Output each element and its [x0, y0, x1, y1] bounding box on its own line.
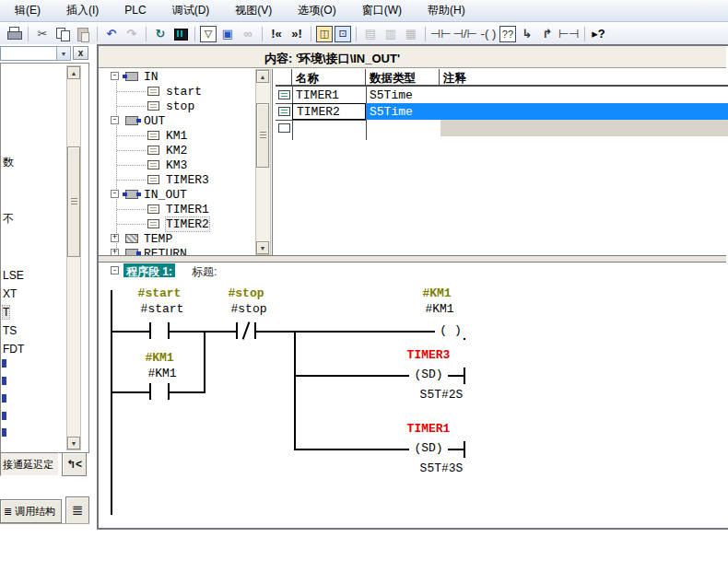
expand-box-icon[interactable]: + — [111, 234, 119, 242]
monitor-glasses-icon[interactable]: ∞ — [239, 25, 257, 43]
network-subtitle[interactable]: 标题: — [192, 264, 217, 280]
symbol-label-stop[interactable]: #stop — [228, 286, 264, 300]
tree-item-TIMER2[interactable]: TIMER2 — [104, 216, 255, 231]
menu-item-1[interactable]: 插入(I) — [53, 0, 112, 23]
network-title-selected[interactable]: 程序段 1: — [123, 263, 175, 277]
tree-item-KM2[interactable]: KM2 — [104, 143, 255, 158]
tree-item-KM3[interactable]: KM3 — [104, 158, 255, 172]
window-detail-toggle-icon[interactable]: ⊡ — [335, 26, 351, 42]
operand-label-km1-coil[interactable]: #KM1 — [425, 302, 453, 316]
network-collapse-icon[interactable]: - — [111, 266, 119, 274]
catalog-item-TS[interactable]: TS — [3, 324, 17, 337]
scrollbar-thumb[interactable] — [256, 103, 269, 168]
timer1-time-value[interactable]: S5T#3S — [420, 461, 464, 475]
print-icon[interactable] — [5, 25, 23, 43]
catalog-scrollbar[interactable]: ▲ ▼ — [66, 65, 81, 450]
toggle-address-icon[interactable]: ↻ — [151, 25, 170, 43]
scroll-up-icon[interactable]: ▲ — [67, 66, 80, 79]
catalog-item-T[interactable]: T — [3, 306, 9, 319]
contact-no-icon[interactable]: ⊣⊢ — [430, 25, 452, 43]
contact-no-km1[interactable] — [149, 383, 170, 400]
symbol-label-km1-contact[interactable]: #KM1 — [145, 351, 173, 365]
coil-km1[interactable]: ( ) — [435, 323, 466, 338]
tree-section-RETURN[interactable]: +RETURN — [104, 246, 255, 255]
symbol-label-start[interactable]: #start — [138, 286, 182, 300]
scroll-down-icon[interactable]: ▼ — [256, 241, 269, 254]
tree-item-stop[interactable]: stop — [104, 99, 255, 113]
tree-table-divider[interactable] — [272, 69, 274, 255]
call-structure-tab[interactable]: ≣ 调用结构 — [0, 499, 62, 523]
download-icon[interactable] — [171, 25, 190, 43]
datatype-cell[interactable]: S5Time — [370, 88, 413, 102]
scroll-up-icon[interactable]: ▲ — [256, 70, 269, 83]
menu-item-4[interactable]: 视图(V) — [222, 0, 285, 23]
name-cell[interactable]: TIMER1 — [296, 88, 339, 102]
new-network-icon[interactable]: ▤ — [361, 25, 380, 43]
menu-item-3[interactable]: 调试(D) — [159, 0, 223, 23]
overview-grid-icon[interactable]: ▦ — [402, 25, 420, 43]
expand-box-icon[interactable]: - — [111, 72, 119, 80]
timer1-label[interactable]: TIMER1 — [407, 422, 451, 436]
symbol-label-km1-coil[interactable]: #KM1 — [422, 286, 451, 300]
tree-item-TIMER3[interactable]: TIMER3 — [104, 172, 255, 187]
name-cell-editing[interactable]: TIMER2 — [292, 103, 366, 120]
menu-item-2[interactable]: PLC — [112, 0, 159, 21]
cut-icon[interactable]: ✂ — [33, 25, 52, 43]
timer3-time-value[interactable]: S5T#2S — [420, 388, 464, 402]
overview-list-button[interactable]: ≣ — [65, 496, 89, 524]
datatype-cell[interactable]: S5Time — [370, 105, 413, 119]
close-icon[interactable]: x — [73, 46, 88, 60]
close-branch-icon[interactable]: ↱ — [538, 25, 557, 43]
menu-item-0[interactable]: 辑(E) — [2, 0, 53, 23]
declaration-code-splitter[interactable] — [99, 255, 726, 263]
tree-section-OUT[interactable]: -OUT — [104, 113, 255, 128]
open-branch-icon[interactable]: ↳ — [518, 25, 536, 43]
empty-box-icon[interactable]: ?? — [499, 26, 516, 42]
tree-section-IN[interactable]: -IN — [104, 69, 255, 84]
chevron-down-icon[interactable]: ▼ — [56, 46, 71, 61]
coil-sd-timer3[interactable]: (SD) — [409, 368, 448, 382]
contact-nc-stop[interactable] — [236, 322, 256, 339]
expand-box-icon[interactable]: + — [111, 249, 119, 255]
table-row-timer1[interactable]: TIMER1 S5Time — [276, 87, 728, 103]
catalog-combobox[interactable] — [0, 46, 57, 61]
catalog-item-XT[interactable]: XT — [3, 287, 17, 300]
contact-no-start[interactable] — [149, 322, 170, 339]
redo-icon[interactable]: ↷ — [123, 25, 141, 43]
overview-toggle-icon[interactable]: ▽ — [200, 26, 217, 42]
tree-item-KM1[interactable]: KM1 — [104, 128, 255, 143]
paste-icon[interactable] — [74, 25, 92, 43]
goto-next-error-icon[interactable]: »! — [288, 25, 306, 43]
scroll-down-icon[interactable]: ▼ — [67, 437, 80, 449]
operand-label-km1-contact[interactable]: #KM1 — [147, 367, 176, 380]
tree-section-IN_OUT[interactable]: -IN_OUT — [104, 187, 255, 202]
catalog-item-不[interactable]: 不 — [3, 211, 14, 227]
menu-item-7[interactable]: 帮助(H) — [415, 0, 478, 23]
tree-scrollbar[interactable]: ▲ ▼ — [255, 69, 271, 255]
catalog-item-LSE[interactable]: LSE — [3, 269, 24, 282]
coil-sd-timer1[interactable]: (SD) — [409, 441, 448, 456]
tree-item-start[interactable]: start — [104, 84, 255, 99]
coil-icon[interactable]: -( ) — [479, 25, 498, 43]
menu-item-5[interactable]: 选项(O) — [285, 0, 348, 23]
operand-label-start[interactable]: #start — [141, 302, 184, 316]
plc-connect-icon[interactable]: ▣ — [218, 25, 237, 43]
table-row-timer2-selected[interactable]: TIMER2 S5Time — [276, 103, 728, 120]
help-cursor-icon[interactable]: ▸? — [590, 25, 608, 43]
jump-back-button[interactable]: ↰< — [62, 452, 87, 476]
expand-box-icon[interactable]: - — [111, 116, 119, 124]
program-elements-icon[interactable]: ▥ — [382, 25, 400, 43]
timer3-label[interactable]: TIMER3 — [407, 348, 451, 362]
tree-item-TIMER1[interactable]: TIMER1 — [104, 202, 255, 216]
catalog-item-数[interactable]: 数 — [3, 155, 14, 170]
window-catalog-toggle-icon[interactable]: ◫ — [316, 26, 333, 42]
catalog-item-FDT[interactable]: FDT — [3, 343, 24, 356]
insert-element-icon[interactable]: ⊢⊣ — [558, 25, 580, 43]
contact-nc-icon[interactable]: ⊣/⊢ — [453, 25, 477, 43]
tree-section-TEMP[interactable]: +TEMP — [104, 231, 255, 246]
undo-icon[interactable]: ↶ — [102, 25, 121, 43]
copy-icon[interactable] — [53, 25, 72, 43]
expand-box-icon[interactable]: - — [111, 190, 119, 198]
goto-previous-error-icon[interactable]: !« — [267, 25, 286, 43]
operand-label-stop[interactable]: #stop — [230, 302, 266, 316]
